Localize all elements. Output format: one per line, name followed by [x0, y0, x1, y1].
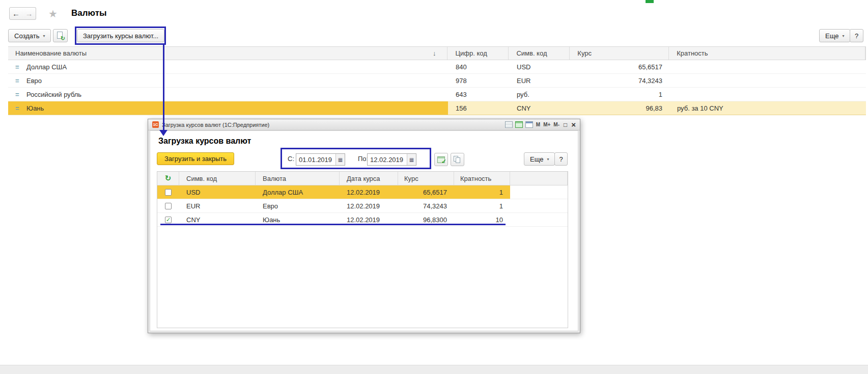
rate-date: 12.02.2019: [340, 185, 398, 199]
back-arrow-icon: ←: [12, 9, 20, 18]
dialog-heading: Загрузка курсов валют: [158, 137, 251, 146]
memory-store-button[interactable]: M: [536, 122, 540, 127]
rate-date: 12.02.2019: [340, 199, 398, 212]
help-button-label: ?: [855, 32, 858, 40]
currency-name: Юань: [26, 104, 44, 112]
rates-row-cny-checked[interactable]: ✓ CNY Юань 12.02.2019 96,8300 10: [157, 213, 568, 227]
maximize-icon[interactable]: □: [564, 121, 567, 128]
date-from-field[interactable]: 01.01.2019 ▦: [296, 153, 345, 166]
forward-button[interactable]: →: [22, 7, 36, 20]
rate-sym-code: USD: [179, 185, 256, 199]
dialog-help-button[interactable]: ?: [554, 152, 568, 166]
table-row-cny-selected[interactable]: = Юань 156 CNY 96,83 руб. за 10 CNY: [8, 101, 866, 115]
dialog-title: Загрузка курсов валют (1С:Предприятие): [162, 122, 502, 128]
column-header-rate[interactable]: Курс: [398, 172, 454, 185]
currency-sym-code: USD: [509, 60, 570, 73]
currency-num-code: 978: [448, 74, 509, 87]
column-header-sym-code[interactable]: Симв. код: [179, 172, 256, 185]
date-to-calendar-icon[interactable]: ▦: [407, 154, 416, 165]
date-from-value[interactable]: 01.01.2019: [296, 154, 335, 165]
date-to-field[interactable]: 12.02.2019 ▦: [367, 153, 416, 166]
table-row-eur[interactable]: = Евро 978 EUR 74,3243: [8, 74, 866, 88]
rate-value: 65,6517: [398, 185, 454, 199]
more-button-label: Еще: [825, 32, 838, 40]
chevron-down-icon: ▾: [842, 34, 844, 38]
currency-name: Доллар США: [26, 63, 67, 71]
column-header-sym-code[interactable]: Симв. код: [509, 47, 570, 60]
currency-table: Наименование валюты ↓ Цифр. код Симв. ко…: [8, 46, 866, 115]
currency-multiplicity: [669, 88, 866, 101]
column-header-rate-date[interactable]: Дата курса: [340, 172, 398, 185]
table-row-rub[interactable]: = Российский рубль 643 руб. 1: [8, 88, 866, 101]
column-header-rate[interactable]: Курс: [570, 47, 669, 60]
refresh-icon: ↻: [165, 174, 172, 183]
rate-currency: Юань: [256, 213, 340, 226]
rate-multiplicity: 1: [454, 199, 510, 212]
currency-rate: 65,6517: [570, 60, 669, 73]
help-button[interactable]: ?: [850, 29, 863, 42]
currency-num-code: 840: [448, 60, 509, 73]
refresh-column-header[interactable]: ↻: [157, 172, 179, 185]
rates-row-eur[interactable]: EUR Евро 12.02.2019 74,3243 1: [157, 199, 568, 213]
memory-plus-button[interactable]: M+: [543, 122, 550, 127]
date-to-value[interactable]: 12.02.2019: [368, 154, 407, 165]
date-from-label: С:: [288, 155, 294, 163]
currency-name: Российский рубль: [26, 91, 81, 98]
load-marked-button[interactable]: ✓: [434, 153, 448, 166]
back-button[interactable]: ←: [9, 7, 23, 20]
memory-minus-button[interactable]: M-: [553, 122, 559, 127]
currency-name: Евро: [26, 77, 42, 85]
document-refresh-icon: ↻: [57, 32, 64, 40]
rate-date: 12.02.2019: [340, 213, 398, 226]
currency-item-icon: =: [15, 63, 26, 71]
load-and-close-label: Загрузить и закрыть: [164, 155, 227, 163]
rate-currency: Доллар США: [256, 185, 340, 199]
calendar-icon[interactable]: [525, 121, 533, 128]
copy-button[interactable]: [451, 153, 464, 166]
currencies-screen: ← → ★ Валюты Создать ▾ ↻ Загрузить курсы…: [0, 0, 868, 374]
currency-multiplicity: руб. за 10 CNY: [669, 101, 866, 115]
column-header-multiplicity[interactable]: Кратность: [454, 172, 510, 185]
column-header-name-label: Наименование валюты: [15, 49, 87, 57]
column-header-name[interactable]: Наименование валюты ↓: [8, 47, 447, 60]
table-row-usd[interactable]: = Доллар США 840 USD 65,6517: [8, 60, 866, 74]
currency-rate: 1: [570, 88, 669, 101]
date-from-calendar-icon[interactable]: ▦: [335, 154, 345, 165]
dialog-more-button[interactable]: Еще ▾: [524, 152, 555, 166]
column-header-currency[interactable]: Валюта: [256, 172, 340, 185]
table-check-icon: ✓: [437, 156, 445, 163]
spreadsheet-icon[interactable]: [515, 121, 523, 128]
rates-table: ↻ Симв. код Валюта Дата курса Курс Кратн…: [157, 171, 568, 328]
copy-icon: [454, 156, 461, 164]
column-header-multiplicity[interactable]: Кратность: [669, 47, 865, 60]
currency-multiplicity: [669, 74, 866, 87]
more-button[interactable]: Еще ▾: [819, 29, 850, 42]
checkbox-cny-checked[interactable]: ✓: [165, 217, 172, 223]
rates-row-usd-selected[interactable]: USD Доллар США 12.02.2019 65,6517 1: [157, 185, 568, 199]
load-and-close-button[interactable]: Загрузить и закрыть: [157, 152, 234, 165]
create-group-button[interactable]: ↻: [53, 29, 68, 42]
rates-table-empty-area: [157, 227, 568, 328]
currency-item-icon: =: [15, 104, 26, 112]
dialog-titlebar[interactable]: 1С Загрузка курсов валют (1С:Предприятие…: [148, 119, 580, 130]
currency-sym-code: CNY: [509, 101, 570, 115]
create-button[interactable]: Создать ▾: [8, 29, 51, 42]
rate-sym-code: CNY: [179, 213, 256, 226]
close-icon[interactable]: ×: [571, 120, 576, 129]
create-button-label: Создать: [14, 32, 39, 40]
currency-item-icon: =: [15, 91, 26, 98]
sort-desc-icon: ↓: [433, 49, 436, 57]
currency-rate: 74,3243: [570, 74, 669, 87]
chevron-down-icon: ▾: [43, 34, 45, 38]
column-header-num-code[interactable]: Цифр. код: [447, 47, 509, 60]
currency-rate: 96,83: [570, 101, 669, 115]
report-icon[interactable]: [505, 121, 513, 128]
favorite-star-icon[interactable]: ★: [48, 8, 58, 20]
rate-value: 96,8300: [398, 213, 454, 226]
checkbox-usd[interactable]: [165, 189, 172, 196]
load-currency-rates-button[interactable]: Загрузить курсы валют...: [77, 29, 164, 42]
checkbox-eur[interactable]: [165, 203, 172, 209]
rate-multiplicity: 10: [454, 213, 510, 226]
1c-logo: 1С: [152, 121, 159, 128]
rate-currency: Евро: [256, 199, 340, 212]
